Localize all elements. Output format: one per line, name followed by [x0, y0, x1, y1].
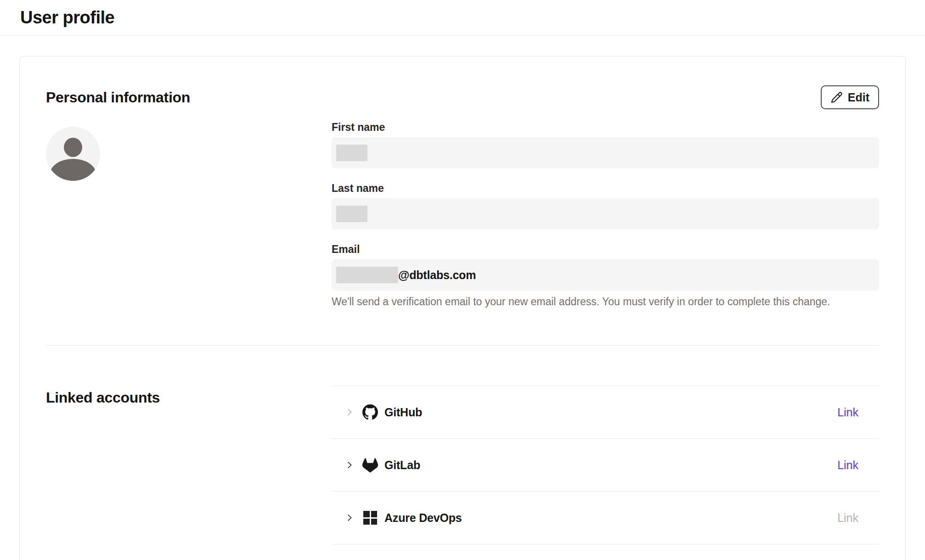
email-helper-text: We'll send a verification email to your …	[332, 295, 879, 308]
azure-devops-icon	[362, 510, 378, 526]
last-name-label: Last name	[332, 182, 879, 195]
chevron-right-icon[interactable]	[344, 407, 355, 417]
linked-account-row-azure-devops[interactable]: Azure DevOps Link	[332, 492, 879, 544]
azure-devops-link-action-disabled: Link	[837, 511, 858, 525]
github-icon	[362, 404, 378, 420]
pencil-icon	[830, 91, 843, 104]
linked-accounts-heading-column: Linked accounts	[46, 346, 332, 544]
linked-accounts-section: Linked accounts GitHub Link	[46, 346, 879, 544]
avatar	[46, 127, 100, 181]
gitlab-link-action[interactable]: Link	[837, 459, 858, 472]
email-label: Email	[332, 243, 879, 256]
email-input[interactable]: @dbtlabs.com	[332, 259, 879, 291]
edit-button-label: Edit	[848, 91, 869, 104]
github-link-action[interactable]: Link	[837, 406, 858, 419]
gitlab-icon	[362, 457, 378, 473]
linked-accounts-list: GitHub Link GitLab Link	[332, 386, 879, 544]
user-silhouette-icon	[64, 138, 82, 157]
page-title: User profile	[20, 8, 114, 28]
edit-button[interactable]: Edit	[821, 85, 879, 109]
app-header: User profile	[0, 0, 925, 36]
first-name-redaction-block	[336, 145, 367, 161]
email-domain-text: @dbtlabs.com	[398, 269, 476, 282]
chevron-right-icon[interactable]	[344, 460, 355, 470]
personal-information-header: Personal information Edit	[46, 85, 879, 109]
linked-account-name: GitHub	[384, 406, 422, 419]
first-name-input[interactable]	[332, 137, 879, 168]
personal-information-heading: Personal information	[46, 89, 190, 106]
user-profile-card: Personal information Edit First name La	[19, 56, 906, 560]
last-name-input[interactable]	[332, 198, 879, 230]
personal-info-fields: First name Last name Email @dbtlabs.com …	[332, 121, 879, 308]
linked-accounts-heading: Linked accounts	[46, 346, 332, 406]
linked-account-row-gitlab[interactable]: GitLab Link	[332, 439, 879, 492]
linked-account-name: GitLab	[384, 459, 420, 472]
email-redaction-block	[336, 267, 398, 283]
linked-account-name: Azure DevOps	[384, 511, 462, 525]
avatar-column	[46, 121, 332, 308]
personal-information-body: First name Last name Email @dbtlabs.com …	[46, 121, 879, 308]
last-name-redaction-block	[336, 206, 367, 222]
first-name-label: First name	[332, 121, 879, 134]
chevron-right-icon[interactable]	[344, 513, 355, 523]
linked-account-row-github[interactable]: GitHub Link	[332, 386, 879, 439]
